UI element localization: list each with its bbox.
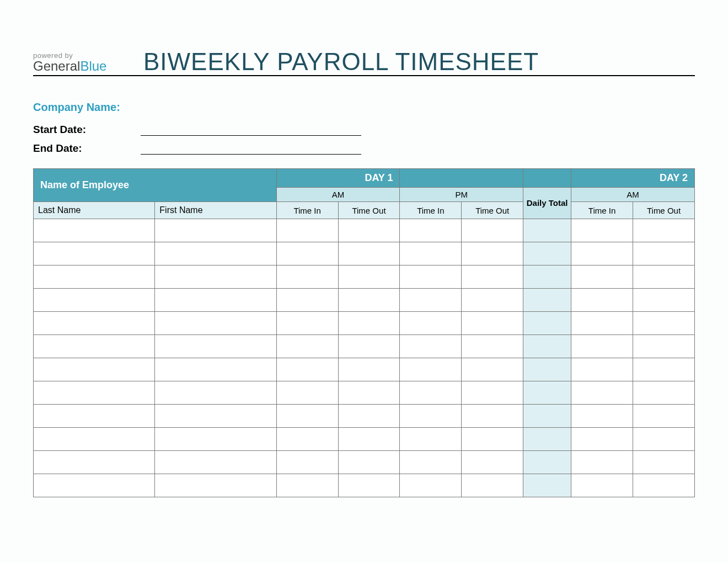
time-cell[interactable] <box>571 242 633 265</box>
time-cell[interactable] <box>400 428 462 451</box>
daily-total-cell[interactable] <box>523 219 571 242</box>
time-cell[interactable] <box>462 358 523 381</box>
time-cell[interactable] <box>633 474 695 497</box>
time-cell[interactable] <box>276 428 338 451</box>
time-cell[interactable] <box>400 474 462 497</box>
time-cell[interactable] <box>633 312 695 335</box>
time-cell[interactable] <box>34 289 155 312</box>
time-cell[interactable] <box>276 219 338 242</box>
time-cell[interactable] <box>34 405 155 428</box>
time-cell[interactable] <box>462 381 523 405</box>
end-date-input[interactable] <box>141 144 361 155</box>
time-cell[interactable] <box>338 428 400 451</box>
time-cell[interactable] <box>155 265 276 289</box>
time-cell[interactable] <box>571 358 633 381</box>
daily-total-cell[interactable] <box>523 358 571 381</box>
time-cell[interactable] <box>34 335 155 358</box>
time-cell[interactable] <box>276 451 338 474</box>
time-cell[interactable] <box>338 381 400 405</box>
time-cell[interactable] <box>34 358 155 381</box>
daily-total-cell[interactable] <box>523 405 571 428</box>
time-cell[interactable] <box>462 242 523 265</box>
time-cell[interactable] <box>400 405 462 428</box>
time-cell[interactable] <box>633 289 695 312</box>
time-cell[interactable] <box>34 474 155 497</box>
time-cell[interactable] <box>571 289 633 312</box>
time-cell[interactable] <box>633 242 695 265</box>
time-cell[interactable] <box>34 242 155 265</box>
time-cell[interactable] <box>462 405 523 428</box>
time-cell[interactable] <box>633 358 695 381</box>
time-cell[interactable] <box>276 242 338 265</box>
time-cell[interactable] <box>462 335 523 358</box>
time-cell[interactable] <box>633 219 695 242</box>
daily-total-cell[interactable] <box>523 312 571 335</box>
time-cell[interactable] <box>338 358 400 381</box>
time-cell[interactable] <box>462 428 523 451</box>
time-cell[interactable] <box>400 451 462 474</box>
daily-total-cell[interactable] <box>523 289 571 312</box>
time-cell[interactable] <box>34 381 155 405</box>
time-cell[interactable] <box>276 265 338 289</box>
daily-total-cell[interactable] <box>523 265 571 289</box>
time-cell[interactable] <box>462 474 523 497</box>
time-cell[interactable] <box>571 312 633 335</box>
time-cell[interactable] <box>571 405 633 428</box>
time-cell[interactable] <box>462 289 523 312</box>
time-cell[interactable] <box>338 242 400 265</box>
time-cell[interactable] <box>400 312 462 335</box>
time-cell[interactable] <box>276 474 338 497</box>
time-cell[interactable] <box>633 335 695 358</box>
time-cell[interactable] <box>400 358 462 381</box>
time-cell[interactable] <box>571 474 633 497</box>
time-cell[interactable] <box>276 289 338 312</box>
time-cell[interactable] <box>462 219 523 242</box>
time-cell[interactable] <box>276 335 338 358</box>
time-cell[interactable] <box>633 428 695 451</box>
time-cell[interactable] <box>155 405 276 428</box>
time-cell[interactable] <box>633 451 695 474</box>
time-cell[interactable] <box>338 405 400 428</box>
start-date-input[interactable] <box>141 125 361 136</box>
time-cell[interactable] <box>338 265 400 289</box>
time-cell[interactable] <box>633 381 695 405</box>
daily-total-cell[interactable] <box>523 381 571 405</box>
time-cell[interactable] <box>462 312 523 335</box>
time-cell[interactable] <box>155 451 276 474</box>
time-cell[interactable] <box>571 335 633 358</box>
time-cell[interactable] <box>276 381 338 405</box>
time-cell[interactable] <box>276 312 338 335</box>
time-cell[interactable] <box>462 451 523 474</box>
time-cell[interactable] <box>400 265 462 289</box>
time-cell[interactable] <box>400 381 462 405</box>
time-cell[interactable] <box>571 451 633 474</box>
time-cell[interactable] <box>276 405 338 428</box>
daily-total-cell[interactable] <box>523 335 571 358</box>
time-cell[interactable] <box>155 381 276 405</box>
daily-total-cell[interactable] <box>523 451 571 474</box>
time-cell[interactable] <box>155 335 276 358</box>
daily-total-cell[interactable] <box>523 474 571 497</box>
time-cell[interactable] <box>155 428 276 451</box>
time-cell[interactable] <box>400 219 462 242</box>
time-cell[interactable] <box>338 219 400 242</box>
time-cell[interactable] <box>338 474 400 497</box>
time-cell[interactable] <box>155 242 276 265</box>
time-cell[interactable] <box>155 358 276 381</box>
daily-total-cell[interactable] <box>523 242 571 265</box>
time-cell[interactable] <box>155 289 276 312</box>
time-cell[interactable] <box>338 451 400 474</box>
time-cell[interactable] <box>338 312 400 335</box>
time-cell[interactable] <box>633 405 695 428</box>
time-cell[interactable] <box>34 219 155 242</box>
time-cell[interactable] <box>155 312 276 335</box>
time-cell[interactable] <box>462 265 523 289</box>
time-cell[interactable] <box>571 219 633 242</box>
time-cell[interactable] <box>34 265 155 289</box>
time-cell[interactable] <box>400 335 462 358</box>
time-cell[interactable] <box>338 289 400 312</box>
time-cell[interactable] <box>155 219 276 242</box>
daily-total-cell[interactable] <box>523 428 571 451</box>
time-cell[interactable] <box>571 265 633 289</box>
time-cell[interactable] <box>571 428 633 451</box>
